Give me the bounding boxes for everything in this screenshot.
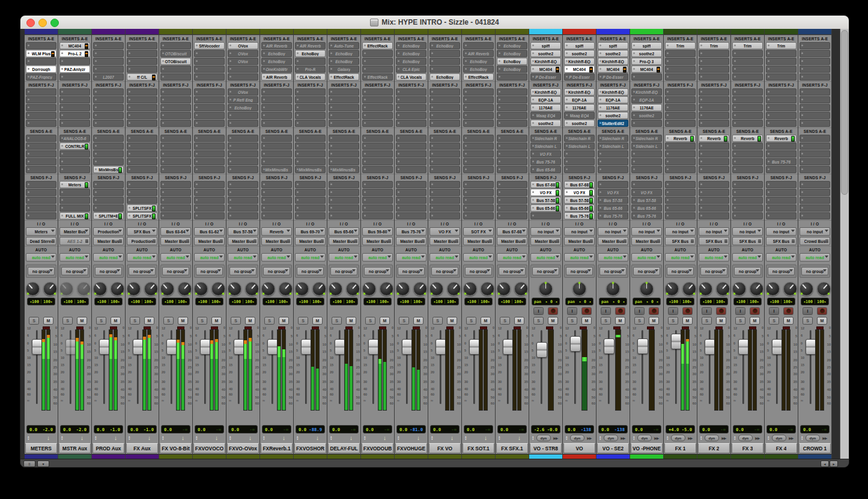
send-slot[interactable] bbox=[160, 135, 191, 142]
send-slot[interactable] bbox=[93, 189, 124, 196]
output-selector[interactable]: Master Bus bbox=[631, 237, 662, 245]
volume-display[interactable]: 0.0-∞ bbox=[161, 425, 190, 433]
send-slot[interactable] bbox=[497, 135, 527, 142]
send-slot[interactable]: Bus 67-68 bbox=[564, 181, 595, 188]
mute-button[interactable]: M bbox=[682, 317, 693, 325]
pan-value-display[interactable]: ◂100100▸ bbox=[498, 298, 526, 305]
pan-knob[interactable] bbox=[429, 282, 443, 296]
solo-button[interactable]: S bbox=[29, 317, 39, 325]
send-slot[interactable] bbox=[93, 197, 124, 204]
insert-slot[interactable] bbox=[497, 120, 527, 127]
send-slot[interactable] bbox=[261, 189, 292, 196]
solo-button[interactable]: S bbox=[231, 317, 241, 325]
mute-button[interactable]: M bbox=[817, 317, 827, 325]
insert-slot[interactable]: soothe2 bbox=[598, 112, 628, 119]
volume-display[interactable]: 0.0-∞ bbox=[497, 425, 527, 433]
send-slot[interactable] bbox=[564, 158, 595, 165]
pan-knob[interactable] bbox=[93, 282, 107, 296]
insert-slot[interactable]: PAZ-Anlyzr bbox=[59, 66, 90, 73]
group-selector[interactable]: no group bbox=[28, 267, 55, 275]
insert-slot[interactable]: SftVocoder bbox=[194, 42, 225, 49]
fader-track[interactable] bbox=[204, 330, 206, 404]
insert-slot[interactable] bbox=[732, 58, 763, 65]
track-name[interactable]: FX 3 bbox=[732, 443, 763, 453]
send-slot[interactable] bbox=[699, 166, 729, 173]
insert-slot[interactable]: CLA Epic bbox=[396, 66, 426, 73]
insert-slot[interactable] bbox=[429, 88, 460, 96]
send-slot[interactable] bbox=[362, 212, 393, 219]
input-monitor-button[interactable]: I bbox=[601, 307, 611, 315]
send-slot[interactable] bbox=[665, 189, 696, 196]
send-slot[interactable] bbox=[732, 181, 763, 188]
volume-display[interactable]: 0.0-∞ bbox=[766, 425, 796, 433]
insert-slot[interactable]: Galaxy bbox=[329, 66, 359, 73]
mute-button[interactable]: M bbox=[111, 317, 121, 325]
send-slot[interactable]: Bus 75-76 bbox=[530, 158, 561, 165]
mute-button[interactable]: M bbox=[245, 317, 255, 325]
pan-knob[interactable] bbox=[380, 282, 393, 296]
insert-slot[interactable] bbox=[429, 58, 460, 65]
send-slot[interactable] bbox=[463, 181, 494, 188]
insert-slot[interactable]: P Refl Eng bbox=[228, 96, 258, 103]
group-selector[interactable]: no group bbox=[196, 267, 223, 275]
insert-slot[interactable] bbox=[59, 73, 90, 81]
solo-button[interactable]: S bbox=[365, 317, 375, 325]
insert-slot[interactable] bbox=[194, 50, 225, 57]
insert-slot[interactable] bbox=[463, 120, 494, 127]
send-slot[interactable] bbox=[800, 204, 830, 212]
insert-slot[interactable] bbox=[93, 42, 124, 49]
automation-mode-button[interactable]: auto read bbox=[665, 253, 696, 262]
volume-display[interactable]: 0.0-∞ bbox=[228, 425, 258, 433]
track-name[interactable]: FXVO-OVox bbox=[227, 443, 259, 453]
nudge-spinner[interactable]: ▲▼ bbox=[498, 436, 501, 440]
input-selector[interactable]: Bus 69-70 bbox=[295, 227, 326, 236]
automation-mode-button[interactable]: auto read bbox=[732, 253, 763, 262]
track-name[interactable]: METERS bbox=[25, 443, 57, 453]
send-slot[interactable]: MixMinusBs bbox=[329, 166, 359, 173]
insert-slot[interactable]: EchoBoy bbox=[329, 58, 359, 65]
insert-slot[interactable]: EffectRack bbox=[463, 73, 494, 81]
insert-slot[interactable] bbox=[160, 66, 191, 73]
send-slot[interactable] bbox=[429, 212, 460, 219]
nudge-spinner[interactable]: ▲▼ bbox=[94, 436, 97, 440]
insert-slot[interactable]: CLA Vocals bbox=[295, 73, 326, 81]
automation-mode-button[interactable]: auto read bbox=[59, 253, 90, 262]
send-slot[interactable] bbox=[429, 150, 460, 158]
insert-slot[interactable] bbox=[362, 66, 393, 73]
output-selector[interactable]: Master Bus bbox=[564, 237, 595, 245]
mute-button[interactable]: M bbox=[312, 317, 323, 325]
nudge-spinner[interactable]: ▲▼ bbox=[162, 436, 165, 440]
send-slot[interactable] bbox=[93, 181, 124, 188]
insert-slot[interactable]: AIR Reverb bbox=[261, 42, 292, 49]
zoom-window-button[interactable] bbox=[50, 19, 59, 27]
automation-mode-button[interactable]: auto read bbox=[800, 253, 830, 262]
insert-slot[interactable]: EffectRack bbox=[362, 73, 393, 81]
pan-knob[interactable] bbox=[750, 282, 763, 296]
insert-slot[interactable] bbox=[160, 96, 191, 103]
insert-slot[interactable] bbox=[228, 73, 258, 81]
fader-track[interactable] bbox=[642, 330, 643, 404]
send-slot[interactable] bbox=[228, 150, 258, 158]
send-slot[interactable] bbox=[93, 135, 124, 142]
send-slot[interactable] bbox=[766, 212, 797, 219]
insert-slot[interactable]: spiff bbox=[564, 42, 595, 49]
pan-value-display[interactable]: ◂100100▸ bbox=[700, 298, 728, 305]
send-slot[interactable]: CONTRLR bbox=[59, 142, 90, 150]
automation-mode-button[interactable]: auto read bbox=[160, 253, 191, 262]
send-slot[interactable] bbox=[497, 189, 527, 196]
insert-slot[interactable]: 1176AE bbox=[631, 104, 662, 111]
insert-slot[interactable] bbox=[26, 112, 56, 119]
volume-display[interactable]: 0.0-1.0 bbox=[94, 425, 123, 433]
send-slot[interactable]: Sidechain L bbox=[564, 142, 595, 150]
send-slot[interactable] bbox=[429, 197, 460, 204]
insert-slot[interactable] bbox=[766, 73, 797, 81]
pan-value-display[interactable]: pan▸ 0 ◂ bbox=[565, 298, 593, 305]
input-selector[interactable]: SOT FX bbox=[463, 227, 494, 236]
send-slot[interactable] bbox=[127, 189, 157, 196]
send-slot[interactable] bbox=[194, 181, 225, 188]
nudge-spinner[interactable]: ▲▼ bbox=[363, 436, 366, 440]
nudge-spinner[interactable]: ▲▼ bbox=[464, 436, 467, 440]
send-slot[interactable] bbox=[127, 142, 157, 150]
insert-slot[interactable]: soothe2 bbox=[564, 50, 595, 57]
voice-selector-button[interactable]: dyn bbox=[705, 435, 720, 441]
